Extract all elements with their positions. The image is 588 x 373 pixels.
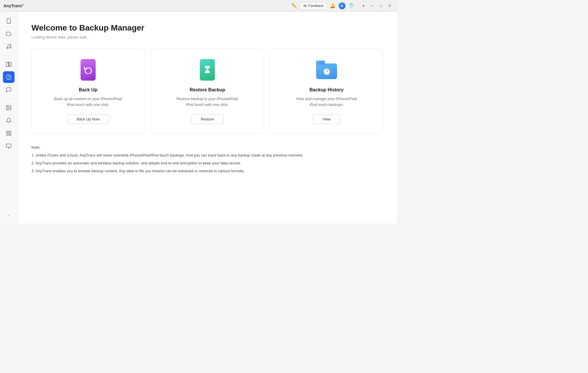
sidebar-item-photo[interactable] xyxy=(3,102,15,113)
notes-section: Note: 1. Unlike iTunes and iCloud, AnyTr… xyxy=(31,145,383,174)
restore-phone-icon xyxy=(200,59,215,81)
view-button[interactable]: View xyxy=(313,114,340,124)
restore-button[interactable]: Restore xyxy=(191,114,224,124)
sidebar-item-device[interactable] xyxy=(3,140,15,152)
history-card-desc: View and manage your iPhone/iPad/iPod to… xyxy=(296,96,357,107)
app-name-text: AnyTrans xyxy=(3,3,22,8)
restore-card-title: Restore Backup xyxy=(190,87,225,93)
backup-phone-icon xyxy=(81,59,96,81)
device-icon xyxy=(6,143,12,149)
note-item-2: 2. AnyTrans provides an automatic and wi… xyxy=(31,160,383,166)
history-card: 🕐 Backup History View and manage your iP… xyxy=(270,49,383,134)
dropdown-button[interactable]: ▾ xyxy=(359,2,368,10)
backup-card-title: Back Up xyxy=(79,87,97,93)
sidebar-item-backup[interactable] xyxy=(3,71,15,83)
svg-point-3 xyxy=(9,47,11,48)
cloud-icon xyxy=(6,31,12,37)
sidebar-item-music[interactable] xyxy=(3,41,15,52)
window-controls: ▾ — □ ✕ xyxy=(359,2,394,10)
edit-button[interactable]: ✏️ xyxy=(291,2,298,9)
page-title: Welcome to Backup Manager xyxy=(31,23,383,33)
maximize-button[interactable]: □ xyxy=(377,2,385,10)
restore-card-desc: Restore backup to your iPhone/iPad/iPod … xyxy=(177,96,238,107)
sidebar-divider-2 xyxy=(4,99,13,99)
bell-button[interactable]: 🔔 xyxy=(329,2,336,9)
svg-rect-10 xyxy=(9,131,11,133)
restore-card-icon-wrap xyxy=(197,58,218,81)
title-bar: AnyTrans® ✏️ ✉ Feedback 🔔 A 👕 ▾ — □ ✕ xyxy=(0,0,397,12)
sidebar-item-chat[interactable] xyxy=(3,84,15,96)
svg-rect-9 xyxy=(6,131,8,133)
cards-grid: Back Up Back up all content on your iPho… xyxy=(31,49,383,134)
avatar[interactable]: A xyxy=(338,2,345,9)
backup-card-icon-wrap xyxy=(78,58,99,81)
page-subtitle: Loading device data, please wait... xyxy=(31,35,383,39)
history-card-title: Backup History xyxy=(309,87,343,93)
svg-rect-13 xyxy=(6,144,11,148)
account-icon-button[interactable]: 👕 xyxy=(348,2,355,9)
backup-now-button[interactable]: Back Up Now xyxy=(67,114,109,124)
minimize-button[interactable]: — xyxy=(368,2,376,10)
title-bar-left: AnyTrans® xyxy=(3,3,24,8)
sidebar-item-cloud[interactable] xyxy=(3,28,15,40)
photo-icon xyxy=(6,105,12,111)
sidebar-expand-button[interactable]: › xyxy=(3,211,15,220)
feedback-label: Feedback xyxy=(308,4,324,8)
backup-icon xyxy=(6,74,12,80)
app-trademark: ® xyxy=(22,3,24,6)
sidebar: › xyxy=(0,12,17,223)
history-clock-icon: 🕐 xyxy=(323,68,331,76)
notes-title: Note: xyxy=(31,145,383,150)
feedback-button[interactable]: ✉ Feedback xyxy=(300,2,327,9)
svg-rect-0 xyxy=(7,19,10,24)
appstore-icon xyxy=(6,130,12,136)
backup-card-desc: Back up all content on your iPhone/iPad/… xyxy=(54,96,122,107)
main-layout: › Welcome to Backup Manager Loading devi… xyxy=(0,12,397,223)
history-folder-icon: 🕐 xyxy=(316,61,337,79)
transfer-icon xyxy=(6,61,12,67)
svg-rect-12 xyxy=(9,134,11,136)
note-item-3: 3. AnyTrans enables you to browse backup… xyxy=(31,168,383,174)
history-card-icon-wrap: 🕐 xyxy=(316,58,337,81)
close-button[interactable]: ✕ xyxy=(386,2,394,10)
title-bar-right: ✏️ ✉ Feedback 🔔 A 👕 ▾ — □ ✕ xyxy=(291,2,394,10)
feedback-icon: ✉ xyxy=(303,3,307,8)
svg-point-8 xyxy=(7,106,8,107)
chat-icon xyxy=(6,87,12,93)
music-icon xyxy=(6,44,12,49)
sidebar-item-phone[interactable] xyxy=(3,15,15,27)
backup-clock-icon xyxy=(84,66,92,74)
app-title: AnyTrans® xyxy=(3,3,24,8)
sidebar-item-transfer[interactable] xyxy=(3,58,15,70)
notification-icon xyxy=(6,118,12,123)
note-item-1: 1. Unlike iTunes and iCloud, AnyTrans wi… xyxy=(31,152,383,159)
restore-hourglass-icon xyxy=(203,65,211,74)
sidebar-divider-1 xyxy=(4,55,13,56)
backup-card: Back Up Back up all content on your iPho… xyxy=(31,49,145,134)
content-area: Welcome to Backup Manager Loading device… xyxy=(17,12,397,223)
svg-point-2 xyxy=(6,47,8,49)
restore-card: Restore Backup Restore backup to your iP… xyxy=(151,49,264,134)
svg-rect-11 xyxy=(6,134,8,136)
sidebar-item-appstore[interactable] xyxy=(3,127,15,139)
sidebar-item-notification[interactable] xyxy=(3,115,15,126)
avatar-initials: A xyxy=(341,4,343,8)
phone-icon xyxy=(6,18,12,24)
